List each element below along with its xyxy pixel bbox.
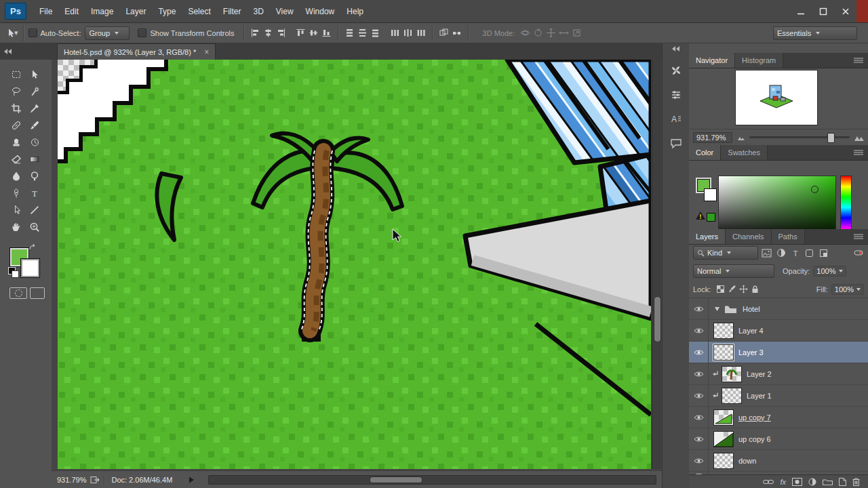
distribute-right-edges-icon[interactable] — [414, 26, 427, 39]
distribute-bottom-edges-icon[interactable] — [369, 26, 382, 39]
close-button[interactable] — [834, 0, 856, 22]
new-layer-icon[interactable] — [839, 478, 846, 486]
workspace-switcher-dropdown[interactable]: Essentials — [773, 26, 857, 40]
link-layers-icon[interactable] — [763, 479, 774, 485]
align-top-edges-icon[interactable] — [294, 26, 307, 39]
navigator-zoom-slider-thumb[interactable] — [827, 133, 835, 143]
rectangular-marquee-tool[interactable] — [7, 66, 24, 82]
layer-row-up-copy-7[interactable]: up copy 7 — [689, 407, 868, 428]
layer-thumbnail[interactable] — [714, 453, 733, 468]
menu-item-help[interactable]: Help — [340, 0, 370, 22]
layer-thumbnail[interactable] — [714, 410, 733, 425]
lock-transparency-icon[interactable] — [715, 283, 726, 295]
layer-row-layer2[interactable]: Layer 2 — [689, 363, 868, 385]
collapse-tools-chevron-icon[interactable] — [0, 43, 15, 60]
blur-tool[interactable] — [7, 168, 24, 184]
brush-tool[interactable] — [26, 117, 43, 133]
move-tool[interactable] — [26, 66, 43, 82]
layer-name[interactable]: Layer 3 — [738, 348, 764, 357]
status-arrow-icon[interactable] — [189, 476, 195, 483]
lasso-tool[interactable] — [7, 83, 24, 99]
gradient-tool[interactable] — [26, 151, 43, 167]
align-right-edges-icon[interactable] — [275, 26, 288, 39]
horizontal-scrollbar-thumb[interactable] — [370, 476, 422, 483]
menu-item-view[interactable]: View — [270, 0, 300, 22]
layer-row-up-copy-6[interactable]: up copy 6 — [689, 428, 868, 450]
navigator-panel-menu-icon[interactable] — [853, 57, 864, 64]
layer-thumbnail[interactable] — [722, 367, 741, 382]
navigator-zoom-slider[interactable] — [749, 136, 850, 138]
pen-tool[interactable] — [7, 185, 24, 201]
type-tool[interactable]: T — [26, 185, 43, 201]
maximize-button[interactable] — [812, 0, 834, 22]
visibility-toggle[interactable] — [689, 385, 709, 406]
pinwheel-icon[interactable] — [667, 61, 685, 79]
layer-name[interactable]: up copy 6 — [738, 435, 771, 443]
layer-name[interactable]: Layer 1 — [747, 392, 772, 400]
swap-colors-icon[interactable] — [28, 244, 38, 252]
filter-shape-layers-icon[interactable] — [804, 247, 815, 259]
navigator-zoom-field[interactable]: 931.79% — [693, 132, 732, 143]
layer-row-layer1[interactable]: Layer 1 — [689, 385, 868, 407]
zoom-in-mountains-icon[interactable] — [854, 134, 864, 141]
align-horizontal-centers-icon[interactable] — [262, 26, 275, 39]
crop-tool[interactable] — [7, 100, 24, 116]
add-layer-mask-icon[interactable] — [792, 478, 802, 486]
eyedropper-tool[interactable] — [26, 100, 43, 116]
visibility-toggle[interactable] — [689, 342, 709, 363]
vertical-scrollbar[interactable] — [652, 60, 661, 469]
menu-item-filter[interactable]: Filter — [217, 0, 248, 22]
preset-dropdown-arrow[interactable]: ▾ — [14, 28, 18, 37]
status-doc-size[interactable]: Doc: 2.06M/46.4M — [111, 476, 172, 484]
layer-row-layer4[interactable]: Layer 4 — [689, 320, 868, 342]
tab-paths[interactable]: Paths — [772, 229, 805, 244]
status-proxy-icon[interactable] — [90, 476, 100, 484]
notes-icon[interactable] — [667, 134, 685, 152]
tab-histogram[interactable]: Histogram — [735, 53, 783, 68]
filter-type-layers-icon[interactable]: T — [789, 247, 801, 259]
3d-orbit-icon[interactable] — [519, 26, 532, 39]
canvas-area[interactable] — [52, 60, 662, 470]
zoom-tool[interactable] — [26, 219, 43, 235]
sliders-icon[interactable] — [667, 85, 685, 104]
visibility-toggle[interactable] — [689, 298, 709, 319]
3d-roll-icon[interactable] — [532, 26, 545, 39]
layer-row-down[interactable]: down — [689, 450, 868, 472]
tab-swatches[interactable]: Swatches — [721, 145, 768, 160]
horizontal-scrollbar[interactable] — [208, 475, 656, 485]
vertical-scrollbar-thumb[interactable] — [654, 296, 661, 342]
character-panel-icon[interactable]: A — [667, 110, 685, 128]
3d-slide-icon[interactable] — [557, 26, 570, 39]
filter-adjustment-layers-icon[interactable] — [775, 247, 787, 259]
history-brush-tool[interactable] — [26, 134, 43, 150]
gamut-warning-icon[interactable] — [696, 211, 705, 220]
auto-distribute-icon[interactable] — [450, 26, 463, 39]
document-tab[interactable]: Hotel-5.psd @ 932% (Layer 3, RGB/8) * × — [57, 43, 216, 60]
background-color-swatch[interactable] — [21, 259, 39, 277]
filter-smart-object-icon[interactable] — [818, 247, 829, 259]
navigator-thumbnail[interactable] — [736, 70, 817, 125]
lock-image-icon[interactable] — [726, 283, 738, 295]
distribute-vertical-centers-icon[interactable] — [356, 26, 369, 39]
default-colors-white-swatch[interactable] — [12, 270, 19, 278]
menu-item-window[interactable]: Window — [300, 0, 341, 22]
align-bottom-edges-icon[interactable] — [320, 26, 333, 39]
group-disclosure-icon[interactable] — [714, 306, 720, 312]
show-transform-checkbox[interactable] — [138, 28, 146, 37]
menu-item-edit[interactable]: Edit — [58, 0, 85, 22]
zoom-out-mountains-icon[interactable] — [738, 135, 745, 140]
fill-field[interactable]: 100% — [831, 284, 864, 295]
clone-stamp-tool[interactable] — [7, 134, 24, 150]
layer-row-layer3-selected[interactable]: Layer 3 — [689, 342, 868, 363]
line-tool[interactable] — [26, 202, 43, 218]
minimize-button[interactable] — [789, 0, 812, 22]
path-selection-tool[interactable] — [7, 202, 24, 218]
menu-item-select[interactable]: Select — [182, 0, 216, 22]
layers-panel-menu-icon[interactable] — [853, 233, 864, 240]
adjustment-layer-icon[interactable] — [808, 478, 816, 486]
dodge-tool[interactable] — [26, 168, 43, 184]
menu-item-image[interactable]: Image — [85, 0, 119, 22]
lock-all-icon[interactable] — [749, 283, 761, 295]
menu-item-type[interactable]: Type — [152, 0, 182, 22]
menu-item-3d[interactable]: 3D — [247, 0, 269, 22]
